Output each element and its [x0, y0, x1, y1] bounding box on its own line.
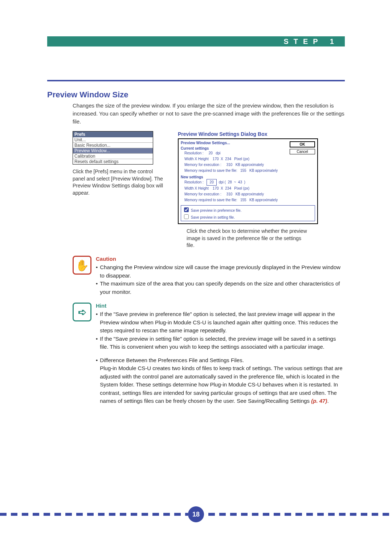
current-mem-exec: Memory for execution : 310 KB approximat…: [184, 162, 315, 168]
text: The maximum size of the area that you ca…: [100, 280, 345, 296]
section-intro: Changes the size of the preview window. …: [73, 102, 345, 125]
menu-item-unit[interactable]: Unit...: [73, 137, 153, 143]
new-settings-title: New settings: [181, 175, 315, 179]
unit-prefix: dpi (: [219, 180, 226, 184]
unit: Pixel (px): [234, 186, 249, 190]
hint-icon: ➪: [73, 303, 91, 321]
diff-title: Difference Between the Preferences File …: [100, 357, 244, 363]
min: 28: [228, 180, 232, 184]
ok-button[interactable]: OK: [290, 141, 315, 147]
label: Resolution :: [184, 180, 204, 184]
w: 170: [213, 186, 219, 190]
label: Memory required to save the file:: [184, 169, 237, 173]
caution-title: Caution: [96, 256, 345, 262]
page-number-badge: 18: [188, 506, 204, 522]
caution-icon: ✋: [73, 256, 91, 275]
unit: KB approximately: [236, 192, 264, 196]
checkbox-icon[interactable]: [184, 207, 189, 212]
hint-title: Hint: [96, 303, 345, 309]
value: 155: [240, 169, 246, 173]
new-mem-exec: Memory for execution : 310 KB approximat…: [184, 191, 315, 197]
x: X: [221, 157, 223, 161]
menu-item-preview-window[interactable]: Preview Window...: [73, 148, 153, 154]
hint-item: •If the "Save preview in preference file…: [96, 310, 345, 335]
cancel-button[interactable]: Cancel: [290, 149, 315, 154]
save-in-preference-checkbox[interactable]: Save preview in preference file.: [183, 206, 313, 213]
page-ref-link[interactable]: (p. 47): [311, 398, 327, 404]
menu-caption: Click the [Prefs] menu in the control pa…: [73, 168, 163, 197]
text: If the "Save preview in setting file" op…: [100, 335, 345, 351]
new-resolution: Resolution : 20 dpi ( 28 ~ 43 ): [184, 179, 315, 186]
page-bar: 18: [0, 506, 392, 522]
value: 310: [226, 163, 233, 167]
checkbox-icon[interactable]: [184, 214, 189, 219]
menu-item-resets-defaults[interactable]: Resets default settings: [73, 159, 153, 164]
value: 155: [240, 198, 246, 202]
value: 20: [209, 151, 213, 155]
label: Resolution :: [184, 151, 204, 155]
label: Width X Height: [184, 157, 209, 161]
text: If the "Save preview in preference file"…: [100, 310, 345, 335]
save-in-setting-checkbox[interactable]: Save preview in setting file.: [183, 213, 313, 220]
menu-item-basic-resolution[interactable]: Basic Resolution...: [73, 143, 153, 148]
preview-window-settings-dialog: OK Cancel Preview Window Settings... Cur…: [178, 138, 318, 224]
prefs-menu-title[interactable]: Prefs: [73, 131, 153, 137]
diff-end: .: [327, 398, 328, 404]
divider-dashes-right: [204, 513, 392, 516]
resolution-input[interactable]: 20: [207, 179, 217, 186]
tilde: ~: [234, 180, 236, 184]
new-wh: Width X Height 170 X 234 Pixel (px): [184, 186, 315, 191]
menu-item-calibration[interactable]: Calibration: [73, 154, 153, 159]
h: 234: [225, 157, 231, 161]
unit: KB approximately: [249, 169, 278, 173]
label: Width X Height: [184, 186, 209, 190]
label: Save preview in preference file.: [191, 208, 242, 212]
step-label: STEP 1: [283, 36, 339, 46]
hint-item: •If the "Save preview in setting file" o…: [96, 335, 345, 351]
save-options-group: Save preview in preference file. Save pr…: [181, 205, 315, 221]
hint-diff: • Difference Between the Preferences Fil…: [96, 356, 345, 405]
label: Memory required to save the file:: [184, 198, 237, 202]
w: 170: [213, 157, 219, 161]
step-bar: STEP 1: [47, 36, 345, 46]
new-mem-save: Memory required to save the file: 155 KB…: [184, 197, 315, 203]
divider-dashes-left: [0, 513, 188, 516]
prefs-menu: Prefs Unit... Basic Resolution... Previe…: [73, 131, 153, 165]
h: 234: [225, 186, 231, 190]
caution-item: •Changing the Preview window size will c…: [96, 263, 345, 280]
label: Memory for execution :: [184, 192, 221, 196]
unit: dpi: [216, 151, 220, 155]
unit: Pixel (px): [234, 157, 249, 161]
section-title: Preview Window Size: [47, 90, 345, 100]
diff-body: Plug-in Module CS-U creates two kinds of…: [100, 365, 342, 404]
dialog-label: Preview Window Settings Dialog Box: [178, 131, 345, 137]
current-wh: Width X Height 170 X 234 Pixel (px): [184, 156, 315, 162]
max: 43: [238, 180, 242, 184]
label: Memory for execution :: [184, 163, 221, 167]
x: X: [221, 186, 223, 190]
unit-suffix: ): [244, 180, 245, 184]
caution-item: •The maximum size of the area that you c…: [96, 280, 345, 296]
divider: [47, 80, 345, 81]
value: 310: [226, 192, 233, 196]
unit: KB approximately: [249, 198, 278, 202]
text: Changing the Preview window size will ca…: [100, 263, 345, 280]
unit: KB approximately: [236, 163, 264, 167]
label: Save preview in setting file.: [191, 215, 235, 219]
current-mem-save: Memory required to save the file: 155 KB…: [184, 168, 315, 174]
dialog-caption: Click the check box to determine whether…: [187, 228, 310, 249]
